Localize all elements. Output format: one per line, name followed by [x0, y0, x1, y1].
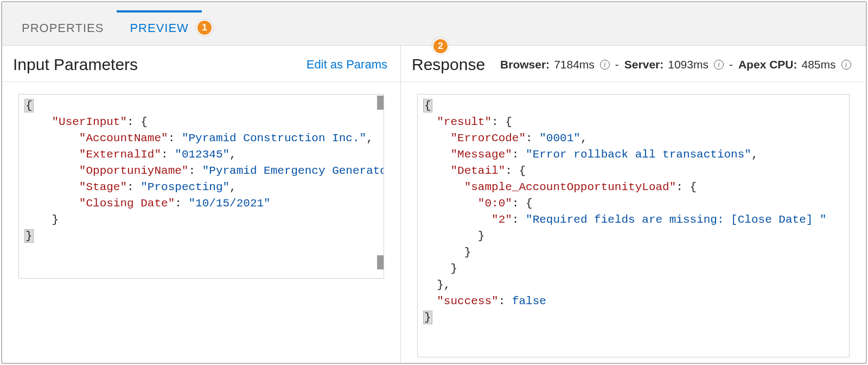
content-area: Input Parameters Edit as Params { "UserI…	[2, 46, 866, 363]
val-stage: "Prospecting"	[141, 181, 229, 193]
key-stage: "Stage"	[79, 181, 127, 193]
annotation-2: 2	[432, 38, 449, 54]
key-0-0: "0:0"	[478, 197, 512, 210]
key-externalid: "ExternalId"	[79, 148, 161, 161]
browser-value: 7184ms	[554, 58, 595, 71]
val-message: "Error rollback all transactions"	[526, 148, 751, 161]
response-json-wrap: { "result": { "ErrorCode": "0001", "Mess…	[401, 82, 866, 363]
apex-cpu-label: Apex CPU:	[738, 58, 797, 71]
apex-cpu-value: 485ms	[801, 58, 835, 71]
key-detail: "Detail"	[450, 165, 505, 177]
key-opportunityname: "OpportuniyName"	[79, 165, 189, 177]
key-userinput: "UserInput"	[52, 116, 127, 128]
input-parameters-pane: Input Parameters Edit as Params { "UserI…	[2, 46, 401, 363]
scrollbar-thumb-top[interactable]	[377, 96, 384, 110]
key-closingdate: "Closing Date"	[79, 197, 175, 210]
val-2: "Required fields are missing: [Close Dat…	[526, 213, 827, 226]
key-message: "Message"	[450, 148, 512, 161]
response-title: Response	[412, 55, 485, 74]
tab-bar: PROPERTIES PREVIEW 1 2	[2, 2, 866, 46]
annotation-1: 1	[196, 20, 213, 36]
browser-label: Browser:	[500, 58, 550, 71]
response-json-viewer[interactable]: { "result": { "ErrorCode": "0001", "Mess…	[417, 94, 850, 357]
server-value: 1093ms	[668, 58, 709, 71]
input-json-wrap: { "UserInput": { "AccountName": "Pyramid…	[2, 82, 400, 363]
info-icon[interactable]: i	[714, 60, 724, 70]
tab-preview[interactable]: PREVIEW	[117, 10, 201, 45]
val-opportunityname: "Pyramid Emergency Generators"	[202, 165, 384, 177]
key-sample-load: "sample_AccountOpportunityLoad"	[464, 181, 676, 193]
val-success: false	[512, 295, 546, 307]
key-2: "2"	[492, 213, 512, 226]
input-parameters-title: Input Parameters	[13, 55, 298, 74]
key-accountname: "AccountName"	[79, 132, 168, 144]
edit-as-params-link[interactable]: Edit as Params	[307, 58, 387, 72]
metric-separator: -	[728, 58, 734, 71]
val-closingdate: "10/15/2021"	[188, 197, 270, 210]
key-success: "success"	[437, 295, 498, 307]
input-parameters-header: Input Parameters Edit as Params	[2, 46, 400, 82]
info-icon[interactable]: i	[600, 60, 610, 70]
tab-properties[interactable]: PROPERTIES	[9, 10, 117, 45]
key-errorcode: "ErrorCode"	[450, 132, 526, 144]
response-pane: Response Browser: 7184ms i - Server: 109…	[401, 46, 866, 363]
info-icon[interactable]: i	[841, 60, 851, 70]
val-accountname: "Pyramid Construction Inc."	[182, 132, 366, 144]
server-label: Server:	[624, 58, 663, 71]
input-json-editor[interactable]: { "UserInput": { "AccountName": "Pyramid…	[18, 94, 384, 279]
metric-separator: -	[614, 58, 620, 71]
val-externalid: "012345"	[175, 148, 229, 161]
val-errorcode: "0001"	[539, 132, 580, 144]
response-header: Response Browser: 7184ms i - Server: 109…	[401, 46, 866, 82]
key-result: "result"	[437, 116, 492, 128]
app-window: PROPERTIES PREVIEW 1 2 Input Parameters …	[1, 1, 867, 364]
scrollbar-thumb-bottom[interactable]	[377, 255, 384, 269]
response-metrics: Browser: 7184ms i - Server: 1093ms i - A…	[500, 58, 851, 71]
